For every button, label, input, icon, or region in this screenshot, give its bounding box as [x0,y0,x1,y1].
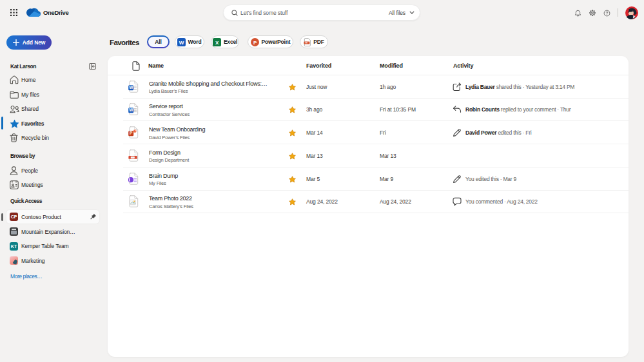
svg-text:P: P [253,39,257,45]
svg-text:W: W [129,108,133,113]
svg-text:X: X [215,39,219,45]
svg-text:W: W [129,85,133,90]
svg-text:P: P [130,131,133,135]
svg-text:W: W [179,39,184,45]
